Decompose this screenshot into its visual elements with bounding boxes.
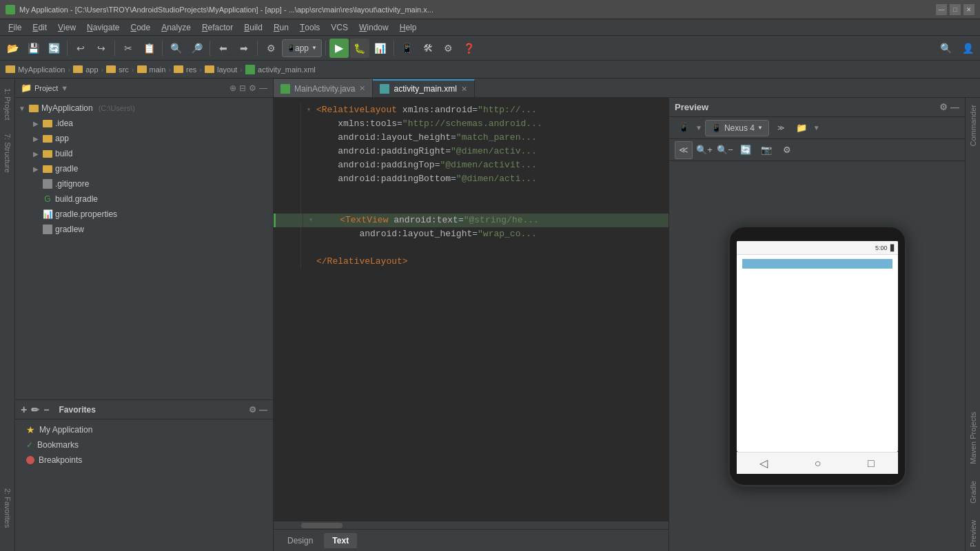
code-line-9: ▾ <TextView android:text="@string/he... xyxy=(274,214,668,227)
menu-run[interactable]: Run xyxy=(268,19,294,36)
undo-btn[interactable]: ↩ xyxy=(71,39,90,58)
favorites-strip-label[interactable]: 2: Favorites xyxy=(2,484,13,532)
more-devices-btn[interactable]: ≫ xyxy=(772,119,790,137)
preview-minimize-btn[interactable]: — xyxy=(950,102,959,112)
gradle-strip[interactable]: Gradle xyxy=(968,477,979,508)
tab-activity-main-xml[interactable]: activity_main.xml ✕ xyxy=(373,79,474,97)
favorites-settings-btn[interactable]: ⚙ xyxy=(249,405,256,415)
tree-gitignore[interactable]: ▶ .gitignore xyxy=(15,176,273,191)
breadcrumb-file[interactable]: activity_main.xml xyxy=(245,65,316,74)
menu-view[interactable]: View xyxy=(52,19,81,36)
tree-build[interactable]: ▶ build xyxy=(15,146,273,161)
line-content: android:paddingTop="@dimen/activit... xyxy=(316,158,663,172)
cut-btn[interactable]: ✂ xyxy=(119,39,138,58)
copy-btn[interactable]: 📋 xyxy=(139,39,159,58)
favorites-add-btn[interactable]: + xyxy=(21,404,27,416)
preview-settings-btn[interactable]: ⚙ xyxy=(939,102,948,112)
breadcrumb-main[interactable]: main xyxy=(137,65,166,74)
sdk-btn[interactable]: 🛠 xyxy=(418,39,438,58)
tree-gradleprops[interactable]: ▶ 📊 gradle.properties xyxy=(15,207,273,222)
refresh-btn[interactable]: 🔄 xyxy=(737,141,755,159)
menu-edit[interactable]: Edit xyxy=(27,19,52,36)
minimize-btn[interactable]: — xyxy=(936,4,947,15)
favorites-remove-btn[interactable]: − xyxy=(43,404,49,415)
close-btn[interactable]: ✕ xyxy=(963,4,974,15)
settings-btn[interactable]: ⚙ xyxy=(249,83,256,93)
design-tab[interactable]: Design xyxy=(279,533,321,548)
scroll-to-source-btn[interactable]: ⊕ xyxy=(229,83,236,93)
preview-config-btn[interactable]: ⚙ xyxy=(778,141,796,159)
menu-build[interactable]: Build xyxy=(238,19,268,36)
debug-btn[interactable]: 🐛 xyxy=(350,39,369,58)
project-strip-label[interactable]: 1: Project xyxy=(2,84,13,124)
tab-mainactivity[interactable]: MainActivity.java ✕ xyxy=(274,79,373,97)
collapse-all-btn[interactable]: ⊟ xyxy=(239,83,246,93)
tree-idea[interactable]: ▶ .idea xyxy=(15,116,273,131)
profile-btn[interactable]: 📊 xyxy=(371,39,390,58)
device-dropdown[interactable]: 📱 Nexus 4 ▼ xyxy=(705,120,769,136)
breadcrumb-myapp[interactable]: MyApplication xyxy=(6,65,65,74)
fav-bookmarks[interactable]: ✓ Bookmarks xyxy=(15,437,273,453)
preview-prev-btn[interactable]: ≪ xyxy=(675,141,693,159)
breadcrumb-sep4: › xyxy=(168,65,171,74)
text-tab[interactable]: Text xyxy=(324,533,357,548)
h-scrollbar[interactable] xyxy=(301,523,343,528)
prev-btn[interactable]: ⬅ xyxy=(214,39,233,58)
find-btn[interactable]: 🔍 xyxy=(166,39,185,58)
menu-file[interactable]: File xyxy=(3,19,27,36)
code-line-8 xyxy=(274,200,668,214)
settings-btn[interactable]: ⚙ xyxy=(439,39,458,58)
structure-strip-label[interactable]: 7: Structure xyxy=(2,129,13,177)
maven-strip[interactable]: Maven Projects xyxy=(968,408,979,468)
tree-gradlew[interactable]: ▶ gradlew xyxy=(15,222,273,237)
zoom-out-btn[interactable]: 🔍− xyxy=(716,141,734,159)
folder-btn[interactable]: 📁 xyxy=(793,119,810,137)
minimize-panel-btn[interactable]: — xyxy=(259,83,267,93)
fold-icon[interactable]: ▾ xyxy=(309,214,318,227)
favorites-minimize-btn[interactable]: — xyxy=(259,405,267,415)
menu-vcs[interactable]: VCS xyxy=(325,19,354,36)
fav-my-application[interactable]: ★ My Application xyxy=(15,422,273,437)
commander-strip[interactable]: Commander xyxy=(968,101,979,151)
tree-buildgradle[interactable]: ▶ G build.gradle xyxy=(15,191,273,207)
screenshot-btn[interactable]: 📷 xyxy=(757,141,775,159)
settings-account-btn[interactable]: 👤 xyxy=(958,39,977,58)
menu-tools[interactable]: Tools xyxy=(294,19,325,36)
breadcrumb-layout[interactable]: layout xyxy=(205,65,237,74)
tree-gradle[interactable]: ▶ gradle xyxy=(15,161,273,176)
run-button[interactable]: ▶ xyxy=(329,39,349,58)
menu-code[interactable]: Code xyxy=(125,19,156,36)
tab-mainactivity-close[interactable]: ✕ xyxy=(359,84,365,93)
tree-root[interactable]: ▼ MyApplication (C:\Users\) xyxy=(15,101,273,116)
breadcrumb-app[interactable]: app xyxy=(73,65,98,74)
tab-activity-main-xml-close[interactable]: ✕ xyxy=(461,85,467,94)
menu-analyze[interactable]: Analyze xyxy=(156,19,196,36)
save-btn[interactable]: 💾 xyxy=(23,39,43,58)
help-btn[interactable]: ❓ xyxy=(460,39,479,58)
avd-btn[interactable]: 📱 xyxy=(398,39,417,58)
build-config-btn[interactable]: ⚙ xyxy=(261,39,280,58)
next-btn[interactable]: ➡ xyxy=(234,39,254,58)
zoom-in-btn[interactable]: 🔍+ xyxy=(695,141,713,159)
app-dropdown[interactable]: 📱 app ▼ xyxy=(282,39,322,57)
code-editor[interactable]: ▾ <RelativeLayout xmlns:android="http://… xyxy=(274,98,668,521)
open-folder-btn[interactable]: 📂 xyxy=(3,39,22,58)
preview-strip[interactable]: Preview xyxy=(968,516,979,551)
menu-refactor[interactable]: Refactor xyxy=(196,19,238,36)
menu-navigate[interactable]: Navigate xyxy=(81,19,125,36)
breadcrumb-res[interactable]: res xyxy=(174,65,196,74)
fold-icon[interactable]: ▾ xyxy=(307,103,316,117)
menu-help[interactable]: Help xyxy=(394,19,422,36)
sync-btn[interactable]: 🔄 xyxy=(44,39,63,58)
maximize-btn[interactable]: □ xyxy=(950,4,961,15)
redo-btn[interactable]: ↪ xyxy=(92,39,111,58)
tree-root-label: MyApplication xyxy=(41,103,93,113)
breadcrumb-src[interactable]: src xyxy=(106,65,129,74)
tree-app[interactable]: ▶ app xyxy=(15,131,273,146)
menu-window[interactable]: Window xyxy=(354,19,394,36)
search-everywhere-btn[interactable]: 🔍 xyxy=(936,39,955,58)
preview-device-btn[interactable]: 📱 xyxy=(675,119,693,137)
fav-breakpoints[interactable]: Breakpoints xyxy=(15,453,273,468)
favorites-edit-btn[interactable]: ✏ xyxy=(31,404,39,415)
find2-btn[interactable]: 🔎 xyxy=(187,39,206,58)
